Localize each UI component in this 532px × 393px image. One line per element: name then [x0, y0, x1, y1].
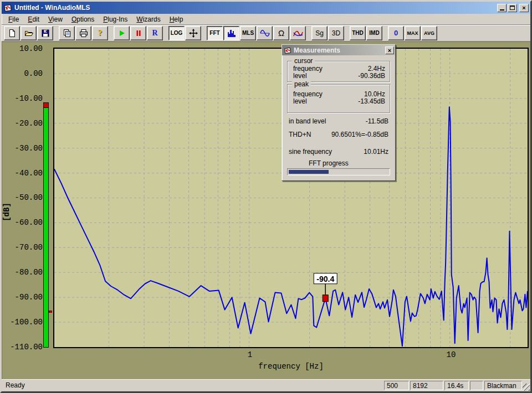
new-file-icon [8, 29, 17, 38]
client-area: 10.00 0.00 -10.00 -20.00 -30.00 -40.00 -… [2, 42, 530, 379]
fft-progress-bar [287, 168, 390, 175]
measurements-title: Measurements [294, 46, 385, 54]
menu-file[interactable]: File [4, 14, 23, 24]
fft-label: FFT [209, 30, 219, 36]
cursor-frequency-value: 2.4Hz [368, 65, 385, 73]
y-tick: -80.00 [2, 268, 43, 277]
threed-label: 3D [332, 29, 340, 37]
peak-level-value: -13.45dB [358, 97, 385, 105]
in-band-value: -11.5dB [366, 117, 388, 125]
y-tick: -100.00 [2, 318, 43, 327]
frequency-response-button[interactable] [290, 26, 306, 40]
thd-label: THD [352, 30, 364, 36]
measurements-close-icon: × [388, 47, 391, 54]
record-button[interactable]: R [147, 26, 163, 40]
close-button[interactable]: × [519, 4, 529, 12]
status-panel-window: Blackman [484, 381, 522, 390]
log-label: LOG [171, 30, 183, 36]
record-r-icon: R [152, 29, 157, 38]
play-icon [117, 29, 126, 38]
zero-button[interactable]: 0 [388, 26, 404, 40]
mls-button[interactable]: MLS [240, 26, 256, 40]
menu-view[interactable]: View [44, 14, 67, 24]
play-button[interactable] [114, 26, 130, 40]
menu-help[interactable]: Help [165, 14, 188, 24]
measurements-dialog: Measurements × cursor frequency 2.4Hz le… [282, 44, 396, 181]
maximize-button[interactable] [508, 4, 517, 12]
open-folder-icon [24, 29, 33, 38]
menu-options[interactable]: Options [67, 14, 99, 24]
peak-group: peak frequency 10.0Hz level -13.45dB [287, 84, 390, 113]
close-icon: × [522, 4, 525, 11]
y-tick: -20.00 [2, 119, 43, 128]
menu-plugins[interactable]: Plug-Ins [99, 14, 132, 24]
y-axis-unit: [dB] [2, 203, 11, 221]
max-label: MAX [407, 30, 418, 36]
log-scale-button[interactable]: LOG [168, 26, 185, 40]
pause-button[interactable] [130, 26, 146, 40]
y-tick: -90.00 [2, 293, 43, 302]
svg-text:-90.4: -90.4 [316, 275, 334, 283]
new-button[interactable] [4, 26, 20, 40]
impedance-omega-button[interactable]: Ω [273, 26, 289, 40]
bar-spectrum-icon [227, 28, 237, 38]
about-button[interactable]: ? [92, 26, 108, 40]
open-button[interactable] [21, 26, 37, 40]
cursor-group: cursor frequency 2.4Hz level -90.36dB [287, 61, 390, 82]
y-tick: -40.00 [2, 169, 43, 178]
minimize-button[interactable] [497, 4, 507, 12]
three-d-button[interactable]: 3D [328, 26, 344, 40]
toolbar: ? R LOG [2, 25, 530, 42]
save-floppy-icon [41, 29, 50, 38]
status-panel-fftsize: 8192 [410, 381, 443, 390]
measurements-close-button[interactable]: × [385, 46, 394, 54]
measurements-title-bar[interactable]: Measurements × [282, 45, 395, 55]
imd-button[interactable]: IMD [366, 26, 382, 40]
y-tick: -70.00 [2, 243, 43, 252]
fft-button[interactable]: FFT [207, 26, 223, 40]
level-meter [43, 102, 49, 348]
y-tick: 0.00 [2, 69, 43, 78]
help-icon: ? [98, 28, 103, 38]
status-message: Ready [6, 381, 25, 389]
fft-progress-label: FFT progress [309, 159, 349, 167]
sine-sweep-icon [260, 29, 270, 38]
peak-frequency-value: 10.0Hz [364, 90, 385, 98]
thd-button[interactable]: THD [350, 26, 366, 40]
x-tick-10: 10 [443, 350, 459, 359]
status-panel-count: 500 [384, 381, 409, 390]
spectrum-bars-button[interactable] [223, 26, 239, 40]
sg-label: Sg [315, 29, 324, 37]
measurements-body: cursor frequency 2.4Hz level -90.36dB pe… [282, 55, 395, 180]
copy-icon [63, 29, 71, 38]
print-button[interactable] [75, 26, 91, 40]
cursor-level-label: level [293, 72, 307, 80]
zero-label: 0 [394, 29, 398, 37]
y-tick: 10.00 [2, 44, 43, 53]
window-title: Untitled - WinAudioMLS [14, 4, 496, 12]
copy-button[interactable] [59, 26, 75, 40]
x-tick-1: 1 [243, 350, 257, 359]
menu-wizards[interactable]: Wizards [132, 14, 165, 24]
save-button[interactable] [37, 26, 53, 40]
sweep-button[interactable] [257, 26, 273, 40]
peak-frequency-label: frequency [293, 90, 323, 98]
resize-grip[interactable] [523, 384, 530, 391]
measurements-icon [284, 46, 291, 54]
minimize-icon [500, 9, 504, 11]
signal-generator-button[interactable]: Sg [311, 26, 328, 40]
max-hold-button[interactable]: MAX [405, 26, 421, 40]
title-bar[interactable]: Untitled - WinAudioMLS × [2, 2, 530, 14]
menu-edit[interactable]: Edit [23, 14, 44, 24]
mls-label: MLS [242, 30, 254, 36]
pause-icon [134, 29, 143, 38]
meter-peak-tick [49, 311, 52, 313]
fft-progress-fill [289, 170, 329, 174]
sine-frequency-value: 10.01Hz [364, 148, 388, 156]
pan-button[interactable] [185, 26, 201, 40]
app-icon [3, 3, 12, 12]
avg-button[interactable]: AVG [421, 26, 437, 40]
cursor-group-legend: cursor [292, 57, 315, 65]
status-bar: Ready 500 8192 16.4s Blackman [2, 379, 530, 391]
response-curves-icon [293, 29, 303, 38]
